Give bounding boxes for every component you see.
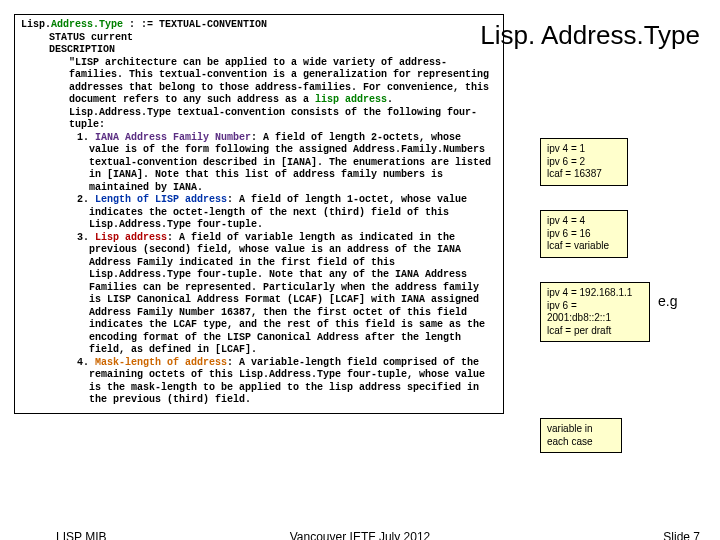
def-item-3: 3. Lisp address: A field of variable len… <box>77 232 497 357</box>
callout-1-l2: ipv 6 = 2 <box>547 156 621 169</box>
def-item-4: 4. Mask-length of address: A variable-le… <box>77 357 497 407</box>
callout-2-l3: lcaf = variable <box>547 240 621 253</box>
def-item-4-hl: Mask-length of address <box>95 357 227 368</box>
def-l1-highlight: Address.Type <box>51 19 123 30</box>
callout-3-l1: ipv 4 = 192.168.1.1 <box>547 287 643 300</box>
def-item-1-hl: IANA Address Family Number <box>95 132 251 143</box>
footer-right: Slide 7 <box>663 530 700 540</box>
def-item-3-num: 3. <box>77 232 95 243</box>
callout-box-1: ipv 4 = 1 ipv 6 = 2 lcaf = 16387 <box>540 138 628 186</box>
footer-center: Vancouver IETF July 2012 <box>0 530 720 540</box>
def-item-4-num: 4. <box>77 357 95 368</box>
eg-label: e.g <box>658 293 677 309</box>
callout-3-l3: lcaf = per draft <box>547 325 643 338</box>
callout-1-l3: lcaf = 16387 <box>547 168 621 181</box>
def-item-1: 1. IANA Address Family Number: A field o… <box>77 132 497 195</box>
def-item-1-num: 1. <box>77 132 95 143</box>
callout-box-4: variable in each case <box>540 418 622 453</box>
definition-box: Lisp.Address.Type : := TEXTUAL-CONVENTIO… <box>14 14 504 414</box>
callout-4-l1: variable in <box>547 423 615 436</box>
def-item-3-body: : A field of variable length as indicate… <box>89 232 485 356</box>
def-item-2: 2. Length of LISP address: A field of le… <box>77 194 497 232</box>
callout-3-l2: ipv 6 = 2001:db8::2::1 <box>547 300 643 325</box>
callout-2-l2: ipv 6 = 16 <box>547 228 621 241</box>
def-intro-a: "LISP architecture can be applied to a w… <box>69 57 489 106</box>
def-status: STATUS current <box>49 32 497 45</box>
callout-box-2: ipv 4 = 4 ipv 6 = 16 lcaf = variable <box>540 210 628 258</box>
def-intro: "LISP architecture can be applied to a w… <box>69 57 497 132</box>
def-item-2-hl: Length of LISP address <box>95 194 227 205</box>
def-l1a: Lisp. <box>21 19 51 30</box>
callout-4-l2: each case <box>547 436 615 449</box>
def-intro-hl: lisp address <box>315 94 387 105</box>
def-description-label: DESCRIPTION <box>49 44 497 57</box>
page-title: Lisp. Address.Type <box>480 20 700 51</box>
def-item-2-num: 2. <box>77 194 95 205</box>
def-item-3-hl: Lisp address <box>95 232 167 243</box>
callout-box-3: ipv 4 = 192.168.1.1 ipv 6 = 2001:db8::2:… <box>540 282 650 342</box>
def-line-1: Lisp.Address.Type : := TEXTUAL-CONVENTIO… <box>21 19 497 32</box>
callout-1-l1: ipv 4 = 1 <box>547 143 621 156</box>
callout-2-l1: ipv 4 = 4 <box>547 215 621 228</box>
def-l1c: : := TEXTUAL-CONVENTION <box>123 19 267 30</box>
